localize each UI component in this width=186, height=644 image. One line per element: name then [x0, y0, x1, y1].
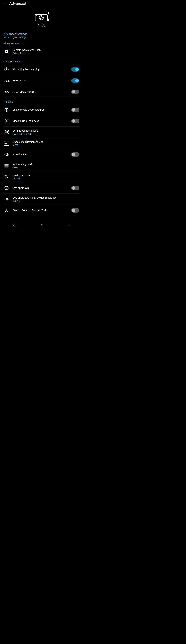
photo-settings-label: Photo Settings — [0, 39, 83, 46]
optical-stabilization-value: AUTO — [12, 144, 79, 146]
social-media-depth-toggle[interactable] — [71, 108, 79, 112]
svg-text:RAW: RAW — [5, 91, 9, 93]
live-photo-resolution-text: Live photo and instant video resolution … — [12, 196, 79, 202]
disable-tracking-focus-label: Disable Tracking Focus — [12, 119, 68, 123]
raw-jpeg-row[interactable]: RAW RAW+JPEG control — [0, 86, 83, 97]
raw-jpeg-toggle[interactable] — [71, 90, 79, 94]
hdr-icon: HDR+ — [4, 78, 10, 84]
nav-home-button[interactable]: ○ — [37, 222, 46, 228]
svg-rect-20 — [5, 166, 9, 167]
optical-stabilization-text: Optical stabilization (forced) AUTO — [12, 140, 79, 146]
live-photo-resolution-label: Live photo and instant video resolution — [12, 196, 79, 200]
vibration-text: Vibration ON — [12, 153, 68, 156]
pzd-text: P-Z-D MOD — [37, 26, 46, 28]
header: ← Advanced — [0, 0, 83, 8]
svg-rect-15 — [6, 131, 7, 132]
hdr-text: HDR+ control — [12, 79, 68, 82]
mode-parameters-label: Mode Parameters — [0, 57, 83, 64]
advanced-settings-subtitle: Minor program settings — [4, 36, 79, 39]
disable-zoom-portrait-row[interactable]: Disable Zoom in Portrait Mode — [0, 205, 83, 216]
raw-jpeg-label: RAW+JPEG control — [12, 90, 68, 94]
ois-icon: OIS — [4, 140, 10, 146]
disable-tracking-focus-row[interactable]: Disable Tracking Focus — [0, 116, 83, 126]
antibanding-row[interactable]: Antibanding mode 50 Hz — [0, 160, 83, 171]
camera-resolution-row[interactable]: Camera photo resolution Full resolution — [0, 46, 83, 57]
svg-point-22 — [5, 186, 9, 190]
dirty-lens-icon — [4, 66, 10, 72]
camera-resolution-value: Full resolution — [12, 52, 79, 54]
gcam-text: GCAM — [38, 24, 45, 26]
live-photo-row[interactable]: Live photo ON — [0, 182, 83, 194]
logo-container: GCAM P-Z-D MOD — [34, 11, 49, 28]
zoom-icon — [4, 174, 10, 180]
svg-text:HDR+: HDR+ — [5, 80, 9, 82]
svg-rect-3 — [48, 12, 49, 14]
live-photo-text: Live photo ON — [12, 186, 68, 190]
raw-icon: RAW — [4, 89, 10, 95]
svg-point-11 — [40, 17, 42, 19]
antibanding-label: Antibanding mode — [12, 162, 79, 166]
nav-recents-button[interactable]: □ — [64, 222, 73, 228]
antibanding-value: 50 Hz — [12, 166, 79, 169]
live-photo-resolution-row[interactable]: Live photo and instant video resolution … — [0, 194, 83, 205]
advanced-settings-title: Advanced settings — [4, 32, 79, 36]
back-button[interactable]: ← — [3, 1, 7, 6]
tracking-focus-icon — [4, 118, 10, 124]
show-dirty-lens-text: Show dirty lens warning — [12, 68, 68, 71]
svg-text:OIS: OIS — [5, 143, 7, 145]
vibration-row[interactable]: Vibration ON — [0, 149, 83, 160]
disable-zoom-portrait-label: Disable Zoom in Portrait Mode — [12, 208, 68, 212]
social-media-depth-row[interactable]: Social media depth features — [0, 104, 83, 115]
live-photo-icon — [4, 185, 10, 191]
camera-resolution-text: Camera photo resolution Full resolution — [12, 48, 79, 54]
vibration-label: Vibration ON — [12, 153, 68, 156]
social-media-depth-icon — [4, 107, 10, 113]
maximum-zoom-value: 4.5 max — [12, 178, 79, 180]
svg-rect-1 — [34, 12, 34, 14]
vibration-icon — [4, 152, 10, 158]
optical-stabilization-row[interactable]: OIS Optical stabilization (forced) AUTO — [0, 138, 83, 149]
live-photo-resolution-icon — [4, 196, 10, 202]
camera-resolution-label: Camera photo resolution — [12, 48, 79, 52]
social-media-depth-text: Social media depth features — [12, 108, 68, 112]
live-photo-toggle[interactable] — [71, 186, 79, 190]
continuous-focus-lock-value: Focus lock time: Auto — [12, 133, 79, 135]
disable-zoom-portrait-icon — [4, 207, 10, 214]
raw-jpeg-text: RAW+JPEG control — [12, 90, 68, 94]
camera-resolution-icon — [4, 48, 10, 54]
nav-bar: ◁ ○ □ — [0, 219, 83, 230]
svg-rect-5 — [34, 19, 34, 21]
live-photo-resolution-value: 640x480 — [12, 200, 79, 202]
disable-tracking-focus-text: Disable Tracking Focus — [12, 119, 68, 123]
antibanding-text: Antibanding mode 50 Hz — [12, 162, 79, 169]
svg-point-23 — [6, 187, 7, 189]
show-dirty-lens-toggle[interactable] — [71, 67, 79, 72]
hdr-control-row[interactable]: HDR+ HDR+ control — [0, 75, 83, 86]
svg-point-25 — [5, 199, 6, 200]
disable-tracking-focus-toggle[interactable] — [71, 119, 79, 123]
maximum-zoom-row[interactable]: Maximum zoom 4.5 max — [0, 171, 83, 182]
gcam-logo — [34, 11, 49, 23]
svg-rect-18 — [5, 164, 9, 165]
social-media-depth-label: Social media depth features — [12, 108, 68, 112]
disable-zoom-portrait-toggle[interactable] — [71, 208, 79, 212]
show-dirty-lens-label: Show dirty lens warning — [12, 68, 68, 71]
show-dirty-lens-row[interactable]: Show dirty lens warning — [0, 64, 83, 75]
svg-rect-12 — [36, 15, 37, 16]
svg-rect-7 — [48, 19, 49, 21]
maximum-zoom-text: Maximum zoom 4.5 max — [12, 174, 79, 180]
continuous-focus-lock-label: Continuous focus lock — [12, 129, 79, 132]
svg-rect-19 — [5, 165, 9, 166]
nav-back-button[interactable]: ◁ — [9, 222, 19, 228]
continuous-focus-lock-text: Continuous focus lock Focus lock time: A… — [12, 129, 79, 135]
svg-point-27 — [6, 209, 7, 210]
antibanding-icon — [4, 162, 10, 169]
focus-lock-icon — [4, 129, 10, 135]
optical-stabilization-label: Optical stabilization (forced) — [12, 140, 79, 144]
disable-zoom-portrait-text: Disable Zoom in Portrait Mode — [12, 208, 68, 212]
live-photo-label: Live photo ON — [12, 186, 68, 190]
hdr-toggle[interactable] — [71, 78, 79, 83]
svg-rect-21 — [5, 167, 9, 167]
vibration-toggle[interactable] — [71, 152, 79, 157]
continuous-focus-lock-row[interactable]: Continuous focus lock Focus lock time: A… — [0, 127, 83, 138]
